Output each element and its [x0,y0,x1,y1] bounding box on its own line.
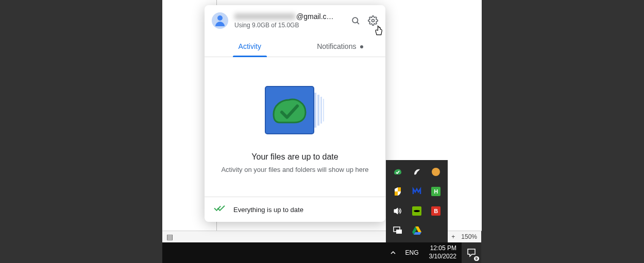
notification-dot-icon [360,45,363,48]
tab-notifications[interactable]: Notifications [295,36,386,57]
app-icon[interactable] [427,162,446,182]
account-info: @gmail.c… Using 9.0GB of 15.0GB [234,12,344,29]
gear-icon[interactable] [368,15,378,26]
malwarebytes-icon[interactable] [407,182,426,201]
volume-icon[interactable] [388,201,407,221]
security-icon[interactable] [388,182,407,201]
files-uptodate-illustration [254,80,336,142]
email-redacted [234,13,295,20]
tab-notifications-label: Notifications [317,42,356,50]
activity-title: Your files are up to date [251,152,338,162]
search-icon[interactable] [350,15,361,26]
activity-panel: Your files are up to date Activity on yo… [205,57,385,197]
avatar[interactable] [212,12,228,29]
svg-rect-13 [396,230,402,234]
clock-time: 12:05 PM [430,244,456,253]
zoom-level[interactable]: 150% [461,233,477,240]
google-drive-icon[interactable] [407,221,426,240]
svg-rect-11 [395,191,398,196]
tray-chevron-icon[interactable] [386,242,400,263]
action-center-icon[interactable]: 9 [462,242,481,263]
razer-icon[interactable] [407,162,426,182]
b-tray-icon[interactable]: B [427,201,446,221]
popup-header: @gmail.c… Using 9.0GB of 15.0GB [205,5,385,33]
double-check-icon [214,204,225,215]
notification-count: 9 [474,256,479,261]
svg-point-2 [372,20,375,22]
zoom-in-button[interactable]: + [451,233,455,240]
svg-rect-7 [323,99,324,121]
svg-line-1 [357,22,359,24]
tray-overflow-flyout: H B [386,160,448,242]
backup-sync-icon[interactable] [388,162,407,182]
language-indicator[interactable]: ENG [400,242,424,263]
clock-date: 3/10/2022 [429,253,456,261]
account-email: @gmail.c… [296,12,334,21]
popup-footer: Everything is up to date [205,197,385,222]
book-view-icon[interactable]: ▤ [166,233,173,241]
tabs: Activity Notifications [205,36,385,57]
footer-status: Everything is up to date [233,206,303,214]
hwinfo-icon[interactable]: H [427,182,446,201]
activity-subtitle: Activity on your files and folders will … [221,166,368,173]
nvidia-icon[interactable] [407,201,426,221]
svg-rect-5 [317,95,319,126]
tab-activity[interactable]: Activity [205,36,295,57]
svg-rect-6 [320,97,322,124]
project-screen-icon[interactable] [388,221,407,240]
google-drive-popup: @gmail.c… Using 9.0GB of 15.0GB Activity… [205,5,385,222]
storage-usage: Using 9.0GB of 15.0GB [234,22,344,29]
clock[interactable]: 12:05 PM 3/10/2022 [424,244,462,260]
svg-rect-10 [398,187,401,191]
taskbar: ENG 12:05 PM 3/10/2022 9 [162,242,481,263]
